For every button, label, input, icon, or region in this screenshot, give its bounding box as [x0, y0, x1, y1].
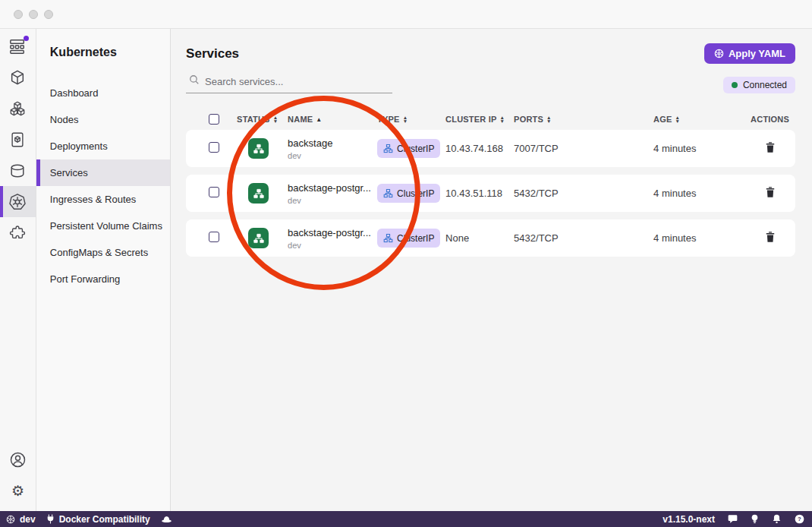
column-ports[interactable]: PORTS▲▼ — [508, 115, 647, 124]
rail-item-kubernetes[interactable] — [0, 186, 36, 217]
minimize-button[interactable] — [29, 10, 38, 19]
sidebar-title: Kubernetes — [36, 46, 170, 59]
table-row[interactable]: backstage-postgr...dev ClusterIP None 54… — [186, 219, 795, 257]
delete-service-button[interactable] — [763, 140, 777, 157]
connected-badge: Connected — [723, 77, 795, 93]
sitemap-icon — [383, 144, 393, 153]
pods-icon — [9, 100, 26, 117]
rail-item-extensions[interactable] — [0, 217, 36, 248]
search-icon — [189, 74, 200, 88]
settings-gear-icon: ⚙ — [11, 484, 24, 498]
sidebar-item-dashboard[interactable]: Dashboard — [36, 80, 170, 106]
account-icon — [9, 451, 27, 469]
ports-value: 7007/TCP — [508, 143, 647, 154]
version-label: v1.15.0-next — [663, 514, 715, 525]
sort-icon: ▲▼ — [500, 115, 505, 123]
svg-text:?: ? — [798, 516, 801, 522]
rail-item-dashboard[interactable] — [0, 30, 36, 62]
search-field[interactable] — [186, 71, 392, 93]
kube-context-indicator[interactable]: dev — [6, 514, 36, 525]
notification-dot — [24, 36, 29, 41]
sitemap-icon — [383, 188, 393, 198]
feedback-chat-icon[interactable] — [728, 514, 738, 524]
service-name[interactable]: backstage — [288, 137, 371, 149]
kubernetes-sidebar: Kubernetes Dashboard Nodes Deployments S… — [36, 29, 171, 511]
volumes-icon — [9, 163, 26, 179]
search-input[interactable] — [205, 76, 391, 87]
age-value: 4 minutes — [647, 188, 744, 199]
delete-service-button[interactable] — [763, 229, 777, 247]
row-checkbox[interactable] — [209, 142, 219, 153]
service-name[interactable]: backstage-postgr... — [288, 227, 371, 238]
service-namespace: dev — [288, 196, 371, 205]
rail-item-volumes[interactable] — [0, 155, 36, 186]
service-type-badge: ClusterIP — [377, 139, 440, 158]
sidebar-item-deployments[interactable]: Deployments — [36, 133, 170, 159]
kubernetes-wheel-icon — [714, 49, 724, 58]
service-type-badge: ClusterIP — [377, 184, 440, 203]
column-status[interactable]: STATUS▲▼ — [231, 115, 282, 124]
sidebar-item-port-forwarding[interactable]: Port Forwarding — [36, 266, 170, 292]
column-cluster-ip[interactable]: CLUSTER IP▲▼ — [439, 115, 508, 124]
sort-icon: ▲▼ — [403, 115, 408, 123]
service-status-icon — [248, 228, 269, 248]
kubernetes-context-icon — [6, 515, 15, 524]
cluster-ip-value: 10.43.51.118 — [439, 188, 508, 199]
cluster-ip-value: None — [439, 232, 508, 244]
rail-item-settings[interactable]: ⚙ — [0, 475, 36, 506]
sidebar-item-services[interactable]: Services — [36, 159, 170, 186]
podman-machine-indicator[interactable] — [161, 515, 172, 524]
zoom-button[interactable] — [44, 10, 53, 19]
containers-icon — [9, 69, 26, 86]
table-row[interactable]: backstage-postgr...dev ClusterIP 10.43.5… — [186, 175, 795, 212]
column-type[interactable]: TYPE▲▼ — [371, 115, 439, 124]
docker-compatibility-indicator[interactable]: Docker Compatibility — [46, 514, 150, 525]
service-status-icon — [248, 138, 269, 159]
service-type-badge: ClusterIP — [377, 229, 440, 248]
ports-value: 5432/TCP — [508, 188, 647, 199]
app-window: ⚙ Kubernetes Dashboard Nodes Deployments… — [0, 0, 812, 527]
select-all-checkbox[interactable] — [209, 114, 219, 125]
images-icon — [9, 131, 26, 148]
column-age[interactable]: AGE▲▼ — [647, 115, 744, 124]
sidebar-item-ingresses-routes[interactable]: Ingresses & Routes — [36, 186, 170, 213]
sort-asc-icon: ▲ — [316, 116, 322, 123]
column-name[interactable]: NAME▲ — [282, 115, 371, 124]
rail-item-account[interactable] — [0, 444, 36, 475]
main-content: Services Apply YAML — [171, 29, 812, 511]
ports-value: 5432/TCP — [508, 232, 647, 244]
row-checkbox[interactable] — [209, 232, 219, 242]
rail-item-images[interactable] — [0, 124, 36, 155]
service-name[interactable]: backstage-postgr... — [288, 182, 371, 194]
apply-yaml-button[interactable]: Apply YAML — [704, 43, 795, 64]
service-status-icon — [248, 183, 269, 204]
row-checkbox[interactable] — [209, 187, 219, 197]
delete-service-button[interactable] — [763, 185, 777, 202]
table-header: STATUS▲▼ NAME▲ TYPE▲▼ CLUSTER IP▲▼ PORTS… — [186, 109, 795, 130]
table-row[interactable]: backstagedev ClusterIP 10.43.74.168 7007… — [186, 130, 795, 167]
kubernetes-icon — [8, 193, 27, 211]
sidebar-item-nodes[interactable]: Nodes — [36, 106, 170, 133]
cluster-ip-value: 10.43.74.168 — [439, 143, 508, 154]
status-bar: dev Docker Compatibility v1.15.0-next — [0, 511, 812, 527]
help-icon[interactable]: ? — [795, 514, 804, 524]
sidebar-item-configmaps-secrets[interactable]: ConfigMaps & Secrets — [36, 239, 170, 266]
lightbulb-icon[interactable] — [751, 514, 759, 525]
sidebar-item-persistent-volume-claims[interactable]: Persistent Volume Claims — [36, 213, 170, 239]
age-value: 4 minutes — [647, 143, 744, 154]
bell-icon[interactable] — [772, 514, 782, 524]
extensions-icon — [9, 225, 26, 241]
column-actions: ACTIONS — [744, 115, 795, 124]
podman-hat-icon — [161, 515, 172, 524]
icon-rail: ⚙ — [0, 29, 36, 511]
titlebar — [0, 0, 812, 29]
sort-icon: ▲▼ — [273, 115, 279, 123]
rail-item-pods[interactable] — [0, 93, 36, 124]
close-button[interactable] — [14, 10, 23, 19]
rail-item-containers[interactable] — [0, 62, 36, 93]
sitemap-icon — [383, 233, 393, 243]
page-title: Services — [186, 46, 239, 62]
service-namespace: dev — [288, 241, 371, 250]
sort-icon: ▲▼ — [675, 115, 681, 123]
sort-icon: ▲▼ — [546, 115, 552, 123]
